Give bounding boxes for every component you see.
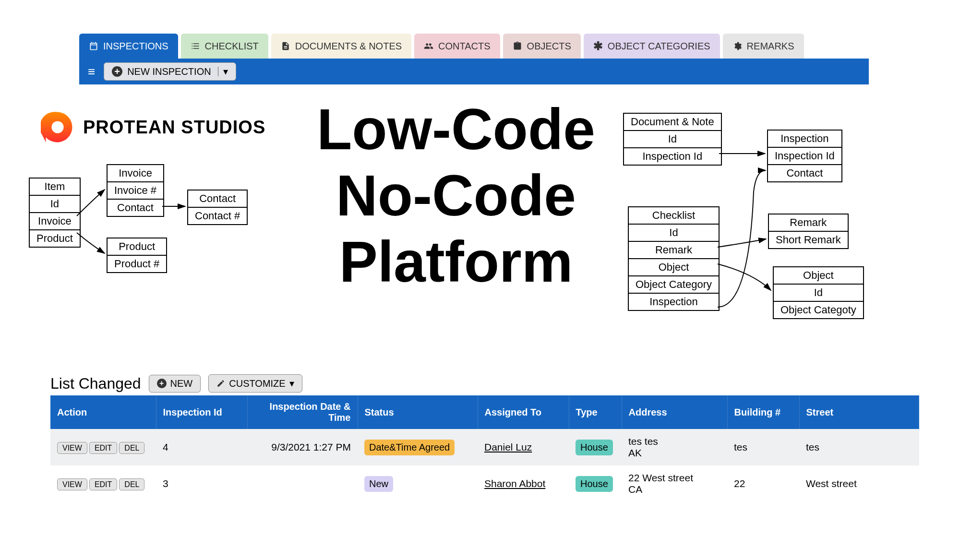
cell-building: tes <box>727 429 799 465</box>
chevron-down-icon: ▾ <box>289 378 294 389</box>
list-title: List Changed <box>50 375 141 393</box>
assigned-link[interactable]: Sharon Abbot <box>484 478 545 489</box>
diagram-connectors-right <box>0 0 912 336</box>
edit-button[interactable]: EDIT <box>89 478 117 490</box>
view-button[interactable]: VIEW <box>57 442 87 454</box>
plus-icon: + <box>157 379 167 388</box>
view-button[interactable]: VIEW <box>57 478 87 490</box>
cell-id: 4 <box>156 429 247 465</box>
cell-street: West street <box>799 465 919 502</box>
pencil-icon <box>216 379 225 388</box>
button-label: NEW <box>170 378 193 389</box>
cell-building: 22 <box>727 465 799 502</box>
new-button[interactable]: + NEW <box>149 375 201 393</box>
cell-address: 22 West streetCA <box>622 465 727 502</box>
col-inspection-date[interactable]: Inspection Date & Time <box>247 395 358 429</box>
cell-date <box>247 465 358 502</box>
cell-street: tes <box>799 429 919 465</box>
button-label: CUSTOMIZE <box>229 378 285 389</box>
col-status[interactable]: Status <box>358 395 478 429</box>
col-street[interactable]: Street <box>799 395 919 429</box>
col-inspection-id[interactable]: Inspection Id <box>156 395 247 429</box>
cell-date: 9/3/2021 1:27 PM <box>247 429 358 465</box>
cell-address: tes tesAK <box>622 429 727 465</box>
status-badge: Date&Time Agreed <box>364 440 455 455</box>
col-address[interactable]: Address <box>622 395 727 429</box>
col-building[interactable]: Building # <box>727 395 799 429</box>
del-button[interactable]: DEL <box>119 478 144 490</box>
del-button[interactable]: DEL <box>119 442 144 454</box>
table-header-row: Action Inspection Id Inspection Date & T… <box>50 395 919 429</box>
table-row: VIEWEDITDEL3NewSharon AbbotHouse22 West … <box>50 465 919 502</box>
inspections-table: Action Inspection Id Inspection Date & T… <box>50 395 919 502</box>
edit-button[interactable]: EDIT <box>89 442 117 454</box>
col-action[interactable]: Action <box>50 395 156 429</box>
list-section: List Changed + NEW CUSTOMIZE ▾ Action In… <box>50 374 919 502</box>
type-badge: House <box>576 440 613 455</box>
status-badge: New <box>364 476 393 492</box>
customize-button[interactable]: CUSTOMIZE ▾ <box>208 374 302 393</box>
assigned-link[interactable]: Daniel Luz <box>484 441 532 453</box>
type-badge: House <box>576 476 613 492</box>
cell-id: 3 <box>156 465 247 502</box>
col-assigned-to[interactable]: Assigned To <box>478 395 569 429</box>
table-row: VIEWEDITDEL49/3/2021 1:27 PMDate&Time Ag… <box>50 429 919 465</box>
col-type[interactable]: Type <box>569 395 622 429</box>
